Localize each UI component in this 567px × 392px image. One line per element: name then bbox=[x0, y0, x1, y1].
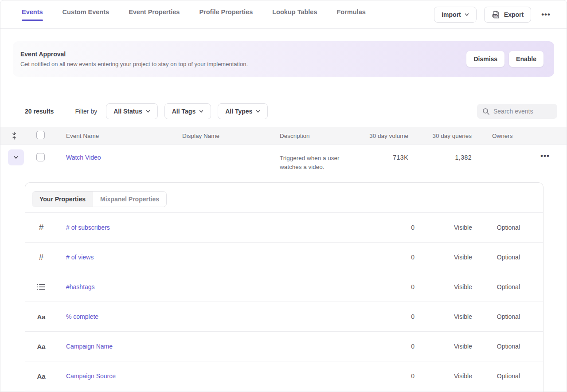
types-filter-dropdown[interactable]: All Types bbox=[218, 103, 268, 119]
tab-event-properties-label: Event Properties bbox=[129, 8, 180, 16]
text-type-icon: Aa bbox=[34, 343, 48, 350]
column-header-queries: 30 day queries bbox=[408, 133, 472, 139]
search-events-box[interactable] bbox=[477, 104, 557, 119]
property-count: 0 bbox=[388, 343, 414, 350]
divider bbox=[65, 106, 65, 117]
tab-custom-events[interactable]: Custom Events bbox=[63, 8, 109, 21]
row-more-button[interactable]: ••• bbox=[538, 150, 552, 162]
property-visibility: Visible bbox=[414, 343, 472, 350]
tab-lookup-tables[interactable]: Lookup Tables bbox=[272, 8, 317, 21]
property-name-link[interactable]: Campaign Source bbox=[66, 372, 116, 380]
tab-profile-properties[interactable]: Profile Properties bbox=[199, 8, 253, 21]
tags-filter-label: All Tags bbox=[172, 108, 196, 115]
import-button[interactable]: Import bbox=[434, 7, 477, 23]
property-count: 0 bbox=[388, 254, 414, 261]
properties-segmented-control: Your Properties Mixpanel Properties bbox=[32, 191, 167, 207]
property-requirement: Optional bbox=[472, 372, 520, 380]
property-requirement: Optional bbox=[472, 313, 520, 320]
property-count: 0 bbox=[388, 283, 414, 290]
column-header-event-name: Event Name bbox=[53, 133, 169, 139]
dismiss-button[interactable]: Dismiss bbox=[466, 51, 504, 67]
property-visibility: Visible bbox=[414, 283, 472, 290]
active-tab-underline bbox=[22, 20, 43, 21]
column-header-display-name: Display Name bbox=[169, 133, 266, 139]
property-name-link[interactable]: # of subscribers bbox=[66, 224, 110, 231]
chevron-down-icon bbox=[14, 155, 18, 160]
tab-lookup-tables-label: Lookup Tables bbox=[272, 8, 317, 16]
tab-formulas[interactable]: Formulas bbox=[337, 8, 366, 21]
property-name-link[interactable]: # of views bbox=[66, 254, 94, 261]
filter-bar: 20 results Filter by All Status All Tags… bbox=[25, 103, 558, 119]
property-count: 0 bbox=[388, 313, 414, 320]
list-type-icon bbox=[34, 283, 48, 290]
property-name-link[interactable]: #hashtags bbox=[66, 283, 95, 290]
collapse-all-icon[interactable] bbox=[11, 132, 18, 140]
numeric-type-icon: # bbox=[34, 252, 48, 262]
property-row: #hashtags 0 Visible Optional bbox=[25, 272, 543, 302]
property-visibility: Visible bbox=[414, 372, 472, 380]
events-table-header: Event Name Display Name Description 30 d… bbox=[0, 127, 567, 145]
export-button[interactable]: csv Export bbox=[484, 7, 531, 23]
property-count: 0 bbox=[388, 224, 414, 231]
property-requirement: Optional bbox=[472, 224, 520, 231]
property-row: # # of views 0 Visible Optional bbox=[25, 243, 543, 272]
text-type-icon: Aa bbox=[34, 313, 48, 321]
tab-events-label: Events bbox=[22, 8, 43, 16]
property-name-link[interactable]: Campaign Name bbox=[66, 343, 113, 350]
numeric-type-icon: # bbox=[34, 223, 48, 232]
property-row: Aa % complete 0 Visible Optional bbox=[25, 302, 543, 332]
property-row: Aa Campaign Name 0 Visible Optional bbox=[25, 332, 543, 361]
property-count: 0 bbox=[388, 372, 414, 380]
event-name-link[interactable]: Watch Video bbox=[66, 154, 101, 161]
export-button-label: Export bbox=[504, 11, 524, 18]
banner-description: Get notified on all new events entering … bbox=[20, 61, 466, 67]
tags-filter-dropdown[interactable]: All Tags bbox=[164, 103, 211, 119]
property-requirement: Optional bbox=[472, 254, 520, 261]
tab-mixpanel-properties[interactable]: Mixpanel Properties bbox=[93, 192, 166, 207]
tab-custom-events-label: Custom Events bbox=[63, 8, 109, 16]
properties-tabbar: Your Properties Mixpanel Properties bbox=[25, 183, 543, 213]
property-row: # # of subscribers 0 Visible Optional bbox=[25, 213, 543, 243]
banner-text: Event Approval Get notified on all new e… bbox=[20, 51, 466, 67]
lexicon-events-page: { "topnav": { "tabs": [ { "label": "Even… bbox=[0, 0, 567, 392]
status-filter-label: All Status bbox=[113, 108, 142, 115]
column-header-volume: 30 day volume bbox=[364, 133, 408, 139]
property-name-link[interactable]: % complete bbox=[66, 313, 98, 320]
nav-tabs: Events Custom Events Event Properties Pr… bbox=[22, 8, 434, 21]
collapse-row-button[interactable] bbox=[8, 149, 24, 165]
event-row-watch-video: Watch Video Triggered when a user watche… bbox=[0, 145, 567, 182]
property-visibility: Visible bbox=[414, 313, 472, 320]
event-properties-panel: Your Properties Mixpanel Properties # # … bbox=[25, 182, 544, 392]
nav-more-button[interactable]: ••• bbox=[539, 8, 553, 21]
event-approval-banner: Event Approval Get notified on all new e… bbox=[13, 41, 554, 77]
tab-formulas-label: Formulas bbox=[337, 8, 366, 16]
property-visibility: Visible bbox=[414, 254, 472, 261]
tab-your-properties[interactable]: Your Properties bbox=[32, 192, 93, 207]
tab-events[interactable]: Events bbox=[22, 8, 43, 21]
select-all-checkbox[interactable] bbox=[36, 131, 45, 139]
chevron-down-icon bbox=[199, 109, 203, 114]
chevron-down-icon bbox=[465, 12, 469, 17]
chevron-down-icon bbox=[146, 109, 150, 114]
property-visibility: Visible bbox=[414, 224, 472, 231]
tab-event-properties[interactable]: Event Properties bbox=[129, 8, 180, 21]
column-header-owners: Owners bbox=[472, 133, 528, 139]
status-filter-dropdown[interactable]: All Status bbox=[106, 103, 158, 119]
top-navigation: Events Custom Events Event Properties Pr… bbox=[0, 0, 567, 29]
banner-title: Event Approval bbox=[20, 51, 466, 58]
text-type-icon: Aa bbox=[34, 372, 48, 380]
property-requirement: Optional bbox=[472, 283, 520, 290]
volume-cell: 713K bbox=[364, 154, 408, 161]
property-row: Aa Campaign Source 0 Visible Optional bbox=[25, 361, 543, 391]
search-input[interactable] bbox=[493, 108, 552, 115]
svg-text:csv: csv bbox=[493, 14, 498, 17]
nav-actions: Import csv Export ••• bbox=[434, 7, 553, 23]
row-checkbox[interactable] bbox=[36, 153, 45, 161]
property-requirement: Optional bbox=[472, 343, 520, 350]
filter-by-label: Filter by bbox=[75, 108, 97, 115]
queries-cell: 1,382 bbox=[408, 154, 472, 161]
csv-file-icon: csv bbox=[492, 10, 501, 19]
chevron-down-icon bbox=[256, 109, 260, 114]
enable-button[interactable]: Enable bbox=[509, 51, 544, 67]
banner-actions: Dismiss Enable bbox=[466, 51, 544, 67]
